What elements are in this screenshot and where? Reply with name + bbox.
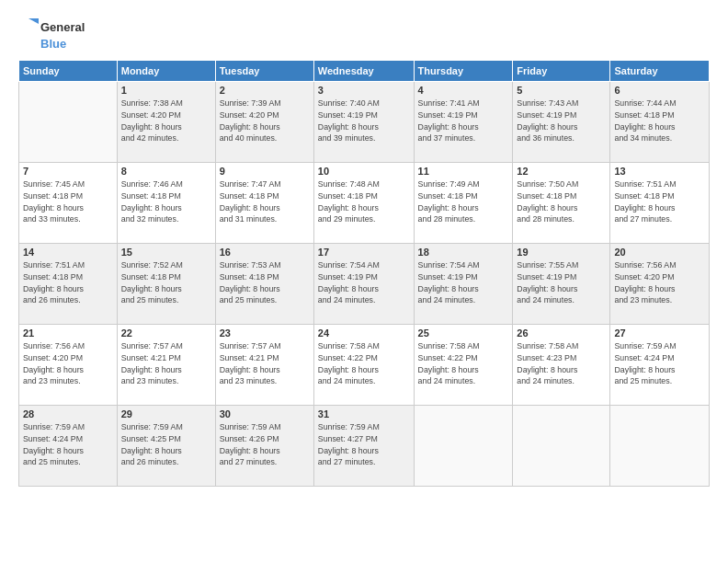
day-cell — [513, 406, 610, 487]
svg-marker-0 — [28, 18, 39, 24]
day-cell: 2Sunrise: 7:39 AMSunset: 4:20 PMDaylight… — [215, 82, 313, 163]
day-cell: 9Sunrise: 7:47 AMSunset: 4:18 PMDaylight… — [215, 163, 313, 244]
day-cell: 26Sunrise: 7:58 AMSunset: 4:23 PMDayligh… — [513, 325, 610, 406]
weekday-header-tuesday: Tuesday — [215, 61, 313, 82]
day-cell: 7Sunrise: 7:45 AMSunset: 4:18 PMDaylight… — [19, 163, 118, 244]
day-cell: 6Sunrise: 7:44 AMSunset: 4:18 PMDaylight… — [610, 82, 710, 163]
week-row-4: 21Sunrise: 7:56 AMSunset: 4:20 PMDayligh… — [19, 325, 710, 406]
week-row-2: 7Sunrise: 7:45 AMSunset: 4:18 PMDaylight… — [19, 163, 710, 244]
day-info: Sunrise: 7:59 AMSunset: 4:27 PMDaylight:… — [318, 421, 410, 468]
weekday-header-monday: Monday — [117, 61, 215, 82]
day-number: 17 — [318, 247, 410, 258]
day-number: 7 — [23, 166, 113, 177]
day-number: 15 — [121, 247, 211, 258]
day-number: 12 — [517, 166, 606, 177]
header: General Blue — [18, 17, 710, 51]
weekday-header-thursday: Thursday — [414, 61, 513, 82]
day-cell: 21Sunrise: 7:56 AMSunset: 4:20 PMDayligh… — [19, 325, 118, 406]
day-cell: 16Sunrise: 7:53 AMSunset: 4:18 PMDayligh… — [215, 244, 313, 325]
day-number: 24 — [318, 327, 410, 339]
day-cell: 18Sunrise: 7:54 AMSunset: 4:19 PMDayligh… — [414, 244, 513, 325]
day-cell: 3Sunrise: 7:40 AMSunset: 4:19 PMDaylight… — [313, 82, 414, 163]
day-cell: 4Sunrise: 7:41 AMSunset: 4:19 PMDaylight… — [414, 82, 513, 163]
day-number: 4 — [418, 85, 509, 96]
day-cell: 29Sunrise: 7:59 AMSunset: 4:25 PMDayligh… — [117, 406, 215, 487]
day-cell: 1Sunrise: 7:38 AMSunset: 4:20 PMDaylight… — [117, 82, 215, 163]
day-info: Sunrise: 7:59 AMSunset: 4:24 PMDaylight:… — [23, 421, 113, 468]
week-row-3: 14Sunrise: 7:51 AMSunset: 4:18 PMDayligh… — [19, 244, 710, 325]
weekday-header-friday: Friday — [513, 61, 610, 82]
day-cell — [610, 406, 710, 487]
day-number: 11 — [418, 166, 509, 177]
day-number: 30 — [220, 408, 310, 419]
day-info: Sunrise: 7:58 AMSunset: 4:22 PMDaylight:… — [318, 340, 410, 387]
day-cell: 17Sunrise: 7:54 AMSunset: 4:19 PMDayligh… — [313, 244, 414, 325]
day-number: 20 — [614, 247, 705, 258]
day-cell: 27Sunrise: 7:59 AMSunset: 4:24 PMDayligh… — [610, 325, 710, 406]
logo-bird-icon — [18, 17, 39, 37]
day-cell — [19, 82, 118, 163]
day-info: Sunrise: 7:55 AMSunset: 4:19 PMDaylight:… — [517, 259, 606, 306]
day-info: Sunrise: 7:54 AMSunset: 4:19 PMDaylight:… — [418, 259, 509, 306]
day-number: 1 — [121, 85, 211, 96]
day-info: Sunrise: 7:58 AMSunset: 4:22 PMDaylight:… — [418, 340, 509, 387]
day-info: Sunrise: 7:57 AMSunset: 4:21 PMDaylight:… — [220, 340, 310, 387]
weekday-header-saturday: Saturday — [610, 61, 710, 82]
day-cell: 19Sunrise: 7:55 AMSunset: 4:19 PMDayligh… — [513, 244, 610, 325]
day-info: Sunrise: 7:57 AMSunset: 4:21 PMDaylight:… — [121, 340, 211, 387]
day-cell: 5Sunrise: 7:43 AMSunset: 4:19 PMDaylight… — [513, 82, 610, 163]
day-number: 22 — [121, 327, 211, 339]
day-info: Sunrise: 7:58 AMSunset: 4:23 PMDaylight:… — [517, 340, 606, 387]
day-info: Sunrise: 7:51 AMSunset: 4:18 PMDaylight:… — [614, 178, 705, 225]
day-cell: 13Sunrise: 7:51 AMSunset: 4:18 PMDayligh… — [610, 163, 710, 244]
day-info: Sunrise: 7:46 AMSunset: 4:18 PMDaylight:… — [121, 178, 211, 225]
day-info: Sunrise: 7:39 AMSunset: 4:20 PMDaylight:… — [220, 98, 310, 144]
day-number: 21 — [23, 327, 113, 339]
weekday-header-row: SundayMondayTuesdayWednesdayThursdayFrid… — [19, 61, 710, 82]
day-info: Sunrise: 7:41 AMSunset: 4:19 PMDaylight:… — [418, 98, 509, 144]
logo-text-blue: Blue — [40, 37, 66, 51]
day-number: 9 — [220, 166, 310, 177]
day-number: 5 — [517, 85, 606, 96]
day-info: Sunrise: 7:51 AMSunset: 4:18 PMDaylight:… — [23, 259, 113, 306]
day-info: Sunrise: 7:53 AMSunset: 4:18 PMDaylight:… — [220, 259, 310, 306]
day-info: Sunrise: 7:45 AMSunset: 4:18 PMDaylight:… — [23, 178, 113, 225]
day-cell: 14Sunrise: 7:51 AMSunset: 4:18 PMDayligh… — [19, 244, 118, 325]
day-info: Sunrise: 7:52 AMSunset: 4:18 PMDaylight:… — [121, 259, 211, 306]
day-number: 18 — [418, 247, 509, 258]
day-number: 28 — [23, 408, 113, 419]
day-number: 8 — [121, 166, 211, 177]
day-info: Sunrise: 7:44 AMSunset: 4:18 PMDaylight:… — [614, 98, 705, 144]
week-row-1: 1Sunrise: 7:38 AMSunset: 4:20 PMDaylight… — [19, 82, 710, 163]
day-number: 10 — [318, 166, 410, 177]
day-info: Sunrise: 7:47 AMSunset: 4:18 PMDaylight:… — [220, 178, 310, 225]
day-info: Sunrise: 7:43 AMSunset: 4:19 PMDaylight:… — [517, 98, 606, 144]
day-info: Sunrise: 7:50 AMSunset: 4:18 PMDaylight:… — [517, 178, 606, 225]
day-info: Sunrise: 7:56 AMSunset: 4:20 PMDaylight:… — [614, 259, 705, 306]
day-cell: 20Sunrise: 7:56 AMSunset: 4:20 PMDayligh… — [610, 244, 710, 325]
day-cell: 30Sunrise: 7:59 AMSunset: 4:26 PMDayligh… — [215, 406, 313, 487]
day-cell: 23Sunrise: 7:57 AMSunset: 4:21 PMDayligh… — [215, 325, 313, 406]
day-cell: 10Sunrise: 7:48 AMSunset: 4:18 PMDayligh… — [313, 163, 414, 244]
logo-text-general: General — [40, 20, 85, 34]
day-info: Sunrise: 7:54 AMSunset: 4:19 PMDaylight:… — [318, 259, 410, 306]
day-number: 14 — [23, 247, 113, 258]
day-number: 31 — [318, 408, 410, 419]
day-cell: 15Sunrise: 7:52 AMSunset: 4:18 PMDayligh… — [117, 244, 215, 325]
weekday-header-wednesday: Wednesday — [313, 61, 414, 82]
calendar: SundayMondayTuesdayWednesdayThursdayFrid… — [18, 60, 710, 487]
day-cell: 22Sunrise: 7:57 AMSunset: 4:21 PMDayligh… — [117, 325, 215, 406]
day-info: Sunrise: 7:38 AMSunset: 4:20 PMDaylight:… — [121, 98, 211, 144]
day-info: Sunrise: 7:48 AMSunset: 4:18 PMDaylight:… — [318, 178, 410, 225]
day-number: 23 — [220, 327, 310, 339]
day-info: Sunrise: 7:49 AMSunset: 4:18 PMDaylight:… — [418, 178, 509, 225]
day-number: 3 — [318, 85, 410, 96]
weekday-header-sunday: Sunday — [19, 61, 118, 82]
day-cell: 25Sunrise: 7:58 AMSunset: 4:22 PMDayligh… — [414, 325, 513, 406]
day-number: 16 — [220, 247, 310, 258]
day-cell: 12Sunrise: 7:50 AMSunset: 4:18 PMDayligh… — [513, 163, 610, 244]
logo: General Blue — [18, 17, 85, 51]
day-number: 2 — [220, 85, 310, 96]
day-info: Sunrise: 7:59 AMSunset: 4:25 PMDaylight:… — [121, 421, 211, 468]
logo-container: General Blue — [18, 17, 85, 51]
